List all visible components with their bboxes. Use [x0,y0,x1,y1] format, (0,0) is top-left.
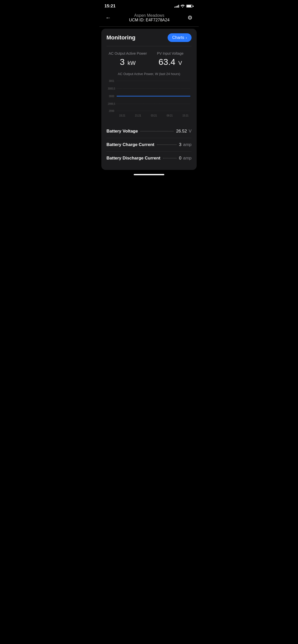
signal-icon [174,5,179,8]
svg-text:2999,5: 2999,5 [108,103,115,105]
battery-voltage-row: Battery Voltage 26.52 V [106,125,192,138]
status-time: 15:21 [104,4,115,9]
ac-output-label: AC Output Active Power [109,51,147,55]
svg-text:21:21: 21:21 [135,114,141,117]
svg-text:09:21: 09:21 [167,114,173,117]
svg-text:3000,5: 3000,5 [108,87,115,90]
monitoring-header: Monitoring Charts › [101,29,197,46]
location-name: Aspen Meadows [112,13,186,18]
pv-voltage-metric: PV Input Voltage 63.4 V [149,51,192,67]
chart-section: AC Output Active Power, W (last 24 hours… [101,69,197,122]
battery-voltage-label: Battery Voltage [106,129,138,134]
battery-discharge-dots [163,158,177,158]
charts-button[interactable]: Charts › [168,33,192,42]
monitoring-card: Monitoring Charts › AC Output Active Pow… [101,29,197,170]
chart-container: 3001 3000,5 3000 2999,5 2999 15:21 21:21… [106,79,192,120]
header-divider [99,26,199,27]
battery-voltage-value: 26.52 V [176,129,192,134]
ucm-id: UCM ID: E4F7278A24 [112,18,186,22]
metrics-row: AC Output Active Power 3 kW PV Input Vol… [101,46,197,69]
back-button[interactable]: ← [104,13,112,22]
chart-title: AC Output Active Power, W (last 24 hours… [106,72,192,76]
battery-charge-value: 3 amp [179,142,192,147]
settings-button[interactable]: ⚙ [186,13,194,22]
monitoring-title: Monitoring [106,34,136,41]
battery-discharge-row: Battery Discharge Current 0 amp [106,152,192,165]
svg-text:03:21: 03:21 [151,114,157,117]
svg-text:3001: 3001 [109,80,114,82]
charts-arrow-icon: › [186,36,187,40]
pv-voltage-value: 63.4 V [158,57,182,67]
svg-text:15:21: 15:21 [182,114,188,117]
header-title: Aspen Meadows UCM ID: E4F7278A24 [112,13,186,22]
battery-charge-dots [157,144,177,145]
charts-label: Charts [172,35,184,40]
svg-text:15:21: 15:21 [119,114,125,117]
battery-charge-label: Battery Charge Current [106,142,154,147]
svg-text:2999: 2999 [109,110,114,112]
battery-discharge-label: Battery Discharge Current [106,156,160,161]
ac-output-metric: AC Output Active Power 3 kW [106,51,149,67]
battery-charge-row: Battery Charge Current 3 amp [106,138,192,152]
status-bar: 15:21 [99,0,199,11]
pv-voltage-label: PV Input Voltage [157,51,183,55]
stats-section: Battery Voltage 26.52 V Battery Charge C… [101,122,197,165]
ac-output-value: 3 kW [120,57,136,67]
battery-discharge-value: 0 amp [179,156,192,161]
svg-text:3000: 3000 [109,95,114,98]
home-bar [134,174,164,175]
home-indicator [99,170,199,177]
status-icons [174,5,194,8]
battery-icon [186,5,194,8]
wifi-icon [181,5,185,8]
battery-voltage-dots [140,131,173,131]
page-header: ← Aspen Meadows UCM ID: E4F7278A24 ⚙ [99,11,199,26]
chart-svg: 3001 3000,5 3000 2999,5 2999 15:21 21:21… [106,79,192,120]
